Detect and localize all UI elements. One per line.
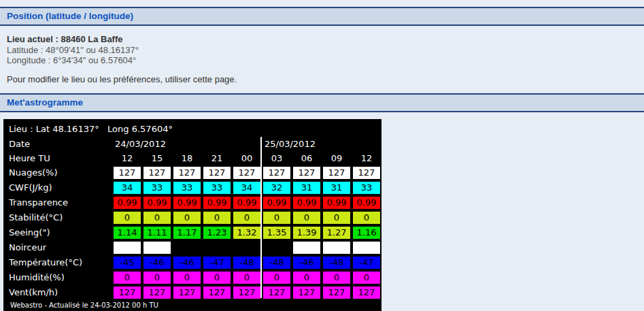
section-title: Met'astrogramme: [7, 97, 83, 108]
meteogram-cell: 1.16: [353, 227, 380, 239]
table-row: Stabilité(°C)000000000: [9, 210, 382, 225]
meteogram-cell: 127: [203, 167, 231, 179]
table-row: CWF(J/kg)343333333432313133: [9, 180, 382, 195]
meteogram-cell: 1.39: [293, 227, 320, 239]
date-row-label: Date: [9, 139, 111, 149]
location-info: Lieu actuel : 88460 La Baffe Latitude : …: [0, 26, 644, 66]
hours-row: Heure TU 121518210003060912: [9, 151, 382, 165]
row-label: Nuages(%): [9, 167, 111, 178]
meteogram-rows: Nuages(%)127127127127127127127127127CWF(…: [9, 165, 382, 300]
meteogram-cell: 0: [323, 212, 350, 224]
hour-cell: 03: [263, 153, 290, 163]
row-label: Humidité(%): [9, 272, 111, 282]
hour-cell: 18: [173, 153, 201, 163]
meteogram-cell: 0.99: [293, 197, 320, 209]
row-label: Vent(km/h): [9, 287, 111, 297]
meteogram-cell: 0.99: [263, 197, 290, 209]
meteogram-cell: -46: [293, 257, 320, 269]
hour-cell: 21: [203, 153, 231, 163]
date-row: Date 24/03/201225/03/2012: [9, 137, 382, 151]
current-location-line: Lieu actuel : 88460 La Baffe: [7, 34, 637, 45]
meteogram-cell: 127: [143, 287, 171, 299]
row-label: Noirceur: [9, 242, 111, 252]
row-label: CWF(J/kg): [9, 182, 111, 193]
table-row: Humidité(%)000000000: [9, 270, 382, 285]
meteogram-cell: -46: [173, 257, 201, 269]
meteogram-cell: 127: [323, 167, 350, 179]
table-row: Seeing(")1.141.111.171.231.321.351.391.2…: [9, 225, 382, 240]
meteogram-cell: 0: [353, 272, 380, 284]
hour-cell: 06: [293, 153, 320, 163]
hour-cell: 00: [233, 153, 260, 163]
meteogram-cell: [323, 242, 350, 254]
hours-row-label: Heure TU: [9, 153, 111, 163]
meteogram-cell: 0.99: [143, 197, 171, 209]
meteogram-cell: 127: [293, 287, 320, 299]
meteogram-cell: [353, 242, 380, 254]
meteogram-cell: 127: [233, 287, 260, 299]
meteogram-cell: 127: [173, 167, 201, 179]
meteogram-cell: 127: [173, 287, 201, 299]
meteogram-cell: 1.32: [233, 227, 260, 239]
meteogram-cell: -48: [323, 257, 350, 269]
meteogram-cell: 127: [293, 167, 320, 179]
meteogram-cell: -48: [263, 257, 290, 269]
meteogram-cell: 33: [203, 182, 231, 194]
meteogram-cell: 127: [323, 287, 350, 299]
meteogram-cell: 0: [353, 212, 380, 224]
meteogram-cell: 0: [263, 212, 290, 224]
modify-preferences-line: Pour modifier le lieu ou les préférences…: [0, 66, 644, 84]
meteogram-cell: 0: [173, 272, 201, 284]
meteogram-cell: 127: [114, 287, 141, 299]
meteogram-cell: 127: [203, 287, 231, 299]
meteogram-cell: [114, 242, 141, 254]
meteogram-cell: 0: [143, 212, 171, 224]
date-label: 25/03/2012: [263, 139, 380, 149]
meteogram-cell: -45: [114, 257, 141, 269]
meteogram-cell: 0: [143, 272, 171, 284]
hour-cell: 12: [353, 153, 380, 163]
meteogram-cell: [143, 242, 171, 254]
meteogram-cell: 0: [293, 272, 320, 284]
section-title: Position (latitude / longitude): [7, 11, 133, 21]
meteogram-cell: 127: [353, 287, 380, 299]
table-row: Transparence0.990.990.990.990.990.990.99…: [9, 195, 382, 210]
row-label: Transparence: [9, 197, 111, 208]
meteogram-cell: 33: [143, 182, 171, 194]
meteogram-cell: -47: [203, 257, 231, 269]
meteogram-header: Lieu : Lat 48.16137° Long 6.57604°: [9, 122, 382, 137]
meteogram-cell: 33: [173, 182, 201, 194]
meteogram-cell: 127: [263, 167, 290, 179]
table-row: Température(°C)-45-46-46-47-48-48-46-48-…: [9, 255, 382, 270]
meteogram-cell: 1.14: [114, 227, 141, 239]
meteogram-cell: 31: [293, 182, 320, 194]
meteogram-cell: [203, 242, 231, 254]
meteogram-cell: 0: [323, 272, 350, 284]
date-label: 24/03/2012: [114, 139, 260, 149]
meteogram-cell: -47: [353, 257, 380, 269]
table-row: Noirceur: [9, 240, 382, 255]
meteogram-table: Lieu : Lat 48.16137° Long 6.57604° Date …: [3, 119, 382, 311]
meteogram-cell: 1.17: [173, 227, 201, 239]
table-row: Nuages(%)127127127127127127127127127: [9, 165, 382, 180]
meteogram-cell: [233, 242, 260, 254]
meteogram-cell: 33: [353, 182, 380, 194]
hour-cell: 09: [323, 153, 350, 163]
meteogram-cell: 32: [263, 182, 290, 194]
row-label: Stabilité(°C): [9, 212, 111, 223]
meteogram-cell: 0: [114, 212, 141, 224]
meteogram-cell: [293, 242, 320, 254]
meteogram-cell: 1.35: [263, 227, 290, 239]
meteogram-cell: 0: [233, 212, 260, 224]
meteogram-cell: 0: [173, 212, 201, 224]
meteogram-cell: 1.11: [143, 227, 171, 239]
row-label: Seeing("): [9, 227, 111, 238]
meteogram-cell: 0: [233, 272, 260, 284]
section-header-metastrogramme: Met'astrogramme: [0, 93, 644, 112]
meteogram-cell: 127: [263, 287, 290, 299]
meteogram-cell: 0.99: [114, 197, 141, 209]
meteogram-cell: 127: [114, 167, 141, 179]
meteogram-cell: [173, 242, 201, 254]
day-divider-line: [260, 137, 262, 298]
meteogram-cell: 127: [233, 167, 260, 179]
